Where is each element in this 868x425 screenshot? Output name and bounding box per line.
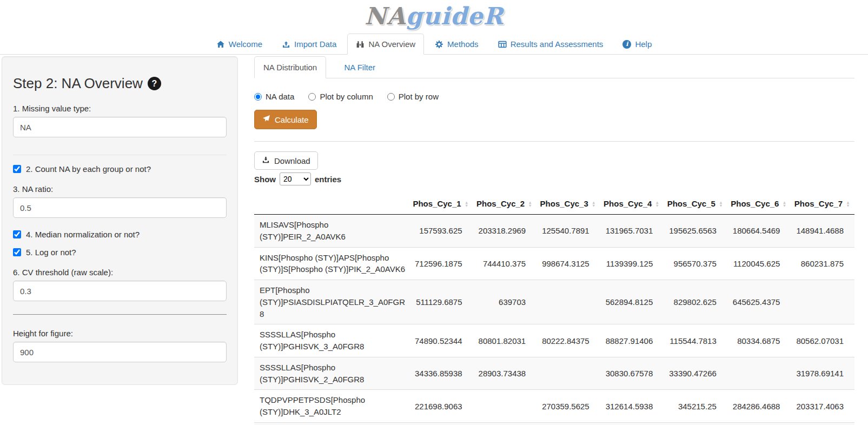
value-cell: 74890.52344 [409,324,473,357]
sort-icon: ▲▼ [719,201,723,208]
column-header[interactable]: Phos_Cyc_1▲▼ [409,193,473,215]
sort-icon: ▲▼ [655,201,659,208]
sort-icon: ▲▼ [528,201,532,208]
count-na-checkbox-label: 2. Count NA by each group or not? [26,164,151,174]
value-cell: 248274.0156 [409,422,473,425]
na-ratio-label: 3. NA ratio: [13,184,227,194]
median-normalization-label: 4. Median normalization or not? [26,230,140,239]
nav-tab-methods[interactable]: Methods [426,34,487,55]
value-cell [791,280,854,324]
sidebar-panel: Step 2: NA Overview ? 1. Missing value t… [2,56,238,385]
divider [13,155,227,155]
nav-tab-import-data[interactable]: Import Data [273,34,345,55]
row-label-cell: EPT[Phospho (STY)]PSIASDISLPIATQELR_3_A0… [254,280,409,324]
value-cell: 998674.3125 [536,247,600,280]
radio-plot-by-row-input[interactable] [387,93,395,101]
column-header[interactable]: Phos_Cyc_3▲▼ [536,193,600,215]
page-length-select[interactable]: 20 [280,172,311,185]
value-cell: 427877.25 [473,422,537,425]
value-cell: 30830.67578 [600,357,664,390]
median-normalization-checkbox[interactable] [13,230,21,238]
radio-label: Plot by row [399,92,439,101]
radio-plot-by-row[interactable]: Plot by row [387,92,439,101]
table-row: KINS[Phospho (STY)]APS[Phospho (STY)]S[P… [254,247,854,280]
figure-height-input[interactable] [13,342,227,362]
divider [254,141,854,142]
value-cell: 180664.5469 [727,215,791,248]
table-icon [498,40,507,49]
plot-type-radio-group: NA data Plot by column Plot by row [254,92,854,101]
download-icon [262,156,270,165]
app-header: NAguideR Welcome Import Data NA Overview… [0,0,868,55]
nav-tab-results[interactable]: Results and Assessments [489,34,612,55]
column-header[interactable]: Phos_Cyc_6▲▼ [727,193,791,215]
column-header[interactable]: Phos_Cyc_2▲▼ [473,193,537,215]
upload-icon [282,40,290,49]
divider-dark [13,314,227,315]
download-button[interactable]: Download [254,151,318,170]
radio-na-data-input[interactable] [254,93,262,101]
nav-tab-label: Import Data [294,39,336,49]
value-cell: 712596.1875 [409,247,473,280]
value-cell: 285275.5 [727,422,791,425]
sort-icon: ▲▼ [592,201,596,208]
gears-icon [435,40,443,49]
na-ratio-input[interactable] [13,197,227,218]
nav-tab-welcome[interactable]: Welcome [208,34,271,55]
log-checkbox[interactable] [13,248,21,256]
calculate-button[interactable]: Calculate [254,110,317,129]
table-row: EPT[Phospho (STY)]PSIASDISLPIATQELR_3_A0… [254,280,854,324]
value-cell: 125540.7891 [536,215,600,248]
radio-na-data[interactable]: NA data [254,92,294,101]
data-table: Phos_Cyc_1▲▼Phos_Cyc_2▲▼Phos_Cyc_3▲▼Phos… [254,193,854,425]
value-cell: 639703 [473,280,537,324]
value-cell: 80222.84375 [536,324,600,357]
step-title: Step 2: NA Overview ? [13,75,227,92]
value-cell: 80801.82031 [473,324,537,357]
download-button-label: Download [274,156,310,165]
subtab-na-distribution[interactable]: NA Distribution [254,56,326,78]
row-label-cell: KINS[Phospho (STY)]APS[Phospho (STY)]S[P… [254,247,409,280]
nav-tab-label: Methods [447,39,479,49]
question-icon[interactable]: ? [148,77,161,90]
cv-threshold-input[interactable] [13,281,227,301]
missing-value-type-label: 1. Missing value type: [13,104,227,113]
row-label-cell: SMS[Phospho (STY)]VDLSHIPLKDPLLFK_3_A0JN… [254,422,409,425]
step-title-text: Step 2: NA Overview [13,75,143,92]
main-panel: NA Distribution NA Filter NA data Plot b… [254,56,854,425]
count-na-checkbox[interactable] [13,165,21,173]
value-cell: 88827.91406 [600,324,664,357]
sort-icon: ▲▼ [782,201,786,208]
missing-value-type-input[interactable] [13,117,227,137]
calculate-button-label: Calculate [275,115,309,124]
nav-tab-help[interactable]: i Help [614,34,660,55]
value-cell: 31978.69141 [791,357,854,390]
sort-icon: ▲▼ [846,201,850,208]
value-cell: 562894.8125 [600,280,664,324]
column-header[interactable]: Phos_Cyc_5▲▼ [664,193,727,215]
nav-tab-na-overview[interactable]: NA Overview [347,34,424,55]
home-icon [216,40,225,49]
log-checkbox-label: 5. Log or not? [26,248,76,257]
value-cell: 148941.4688 [791,215,854,248]
nav-tab-label: Welcome [229,39,262,49]
row-label-cell: TQDPVPPETPSDS[Phospho (STY)]DHK_3_A0JLT2 [254,390,409,423]
nav-tab-label: Results and Assessments [511,39,604,49]
value-cell: 28903.73438 [473,357,537,390]
column-header[interactable]: Phos_Cyc_7▲▼ [791,193,854,215]
table-row: TQDPVPPETPSDS[Phospho (STY)]DHK_3_A0JLT2… [254,390,854,423]
column-header[interactable]: Phos_Cyc_4▲▼ [600,193,664,215]
value-cell: 34336.85938 [409,357,473,390]
value-cell: 345215.25 [664,390,727,423]
value-cell: 1120045.625 [727,247,791,280]
value-cell: 331924.5625 [791,422,854,425]
value-cell: 316457.7188 [600,422,664,425]
radio-plot-by-column[interactable]: Plot by column [308,92,373,101]
value-cell: 33390.47266 [664,357,727,390]
table-row: SSSSLLAS[Phospho (STY)]PGHISVK_3_A0FGR8 … [254,324,854,357]
value-cell: 1139399.125 [600,247,664,280]
value-cell [473,390,537,423]
radio-plot-by-column-input[interactable] [308,93,316,101]
subtab-na-filter[interactable]: NA Filter [327,56,392,78]
value-cell: 195625.6563 [664,215,727,248]
